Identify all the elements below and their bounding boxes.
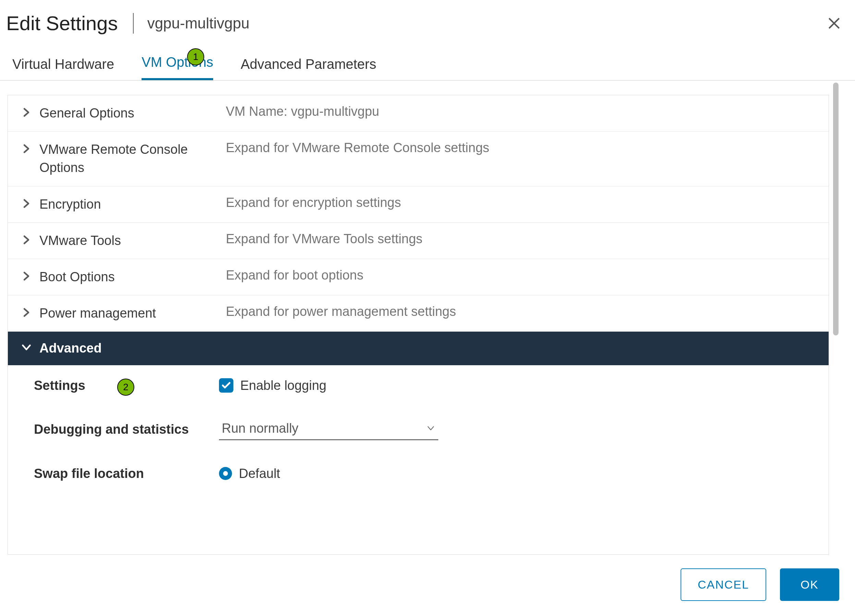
row-label: VMware Tools [40, 231, 121, 250]
cancel-button[interactable]: CANCEL [680, 568, 766, 601]
close-icon [826, 15, 843, 32]
dialog-header: Edit Settings vgpu-multivgpu [0, 0, 855, 38]
swap-default-radio[interactable] [219, 467, 232, 480]
row-desc: Expand for power management settings [226, 304, 456, 319]
scrollbar-track [829, 81, 843, 555]
advanced-settings-row: Settings Enable logging [20, 365, 816, 406]
close-button[interactable] [826, 15, 843, 32]
ok-button[interactable]: OK [780, 568, 839, 601]
options-panel: General Options VM Name: vgpu-multivgpu … [8, 95, 829, 555]
chevron-down-icon [426, 423, 435, 433]
dialog-title: Edit Settings [6, 12, 118, 35]
row-desc: Expand for boot options [226, 268, 363, 283]
chevron-right-icon [20, 234, 32, 246]
callout-1: 1 [187, 48, 204, 66]
row-encryption[interactable]: Encryption Expand for encryption setting… [8, 186, 829, 222]
chevron-right-icon [20, 106, 32, 118]
tab-virtual-hardware[interactable]: Virtual Hardware [12, 53, 114, 80]
chevron-right-icon [20, 270, 32, 282]
callout-2: 2 [117, 378, 134, 396]
row-label: Boot Options [40, 268, 115, 286]
row-label: General Options [40, 104, 134, 122]
row-desc: Expand for VMware Remote Console setting… [226, 141, 489, 155]
row-power-management[interactable]: Power management Expand for power manage… [8, 295, 829, 331]
chevron-right-icon [20, 306, 32, 319]
row-remote-console[interactable]: VMware Remote Console Options Expand for… [8, 131, 829, 186]
tab-advanced-parameters[interactable]: Advanced Parameters [241, 53, 376, 80]
dialog-footer: CANCEL OK [0, 555, 855, 616]
row-desc: Expand for encryption settings [226, 195, 401, 210]
enable-logging-checkbox[interactable] [219, 378, 233, 392]
tab-bar: Virtual Hardware VM Options Advanced Par… [0, 38, 855, 81]
dialog-subtitle: vgpu-multivgpu [147, 15, 250, 32]
body: General Options VM Name: vgpu-multivgpu … [0, 81, 855, 555]
row-label: VMware Remote Console Options [40, 141, 226, 177]
debug-select-value: Run normally [222, 421, 426, 436]
advanced-swap-row: Swap file location Default [20, 453, 816, 494]
row-label: Encryption [40, 195, 101, 213]
enable-logging-label: Enable logging [240, 378, 326, 393]
advanced-debug-row: Debugging and statistics Run normally [20, 406, 816, 453]
chevron-right-icon [20, 197, 32, 210]
swap-default-label: Default [239, 466, 280, 481]
checkmark-icon [221, 380, 231, 391]
row-desc: VM Name: vgpu-multivgpu [226, 104, 379, 119]
row-advanced[interactable]: Advanced [8, 331, 829, 365]
debug-label: Debugging and statistics [20, 422, 219, 437]
scrollbar-thumb[interactable] [833, 83, 838, 336]
row-label: Power management [40, 304, 156, 322]
header-divider [133, 13, 134, 34]
row-label: Advanced [40, 339, 102, 357]
swap-label: Swap file location [20, 466, 219, 481]
chevron-down-icon [20, 341, 32, 354]
chevron-right-icon [20, 143, 32, 155]
row-boot-options[interactable]: Boot Options Expand for boot options [8, 259, 829, 295]
debug-select[interactable]: Run normally [219, 419, 438, 440]
row-desc: Expand for VMware Tools settings [226, 231, 423, 246]
row-vmware-tools[interactable]: VMware Tools Expand for VMware Tools set… [8, 222, 829, 259]
row-general-options[interactable]: General Options VM Name: vgpu-multivgpu [8, 95, 829, 131]
